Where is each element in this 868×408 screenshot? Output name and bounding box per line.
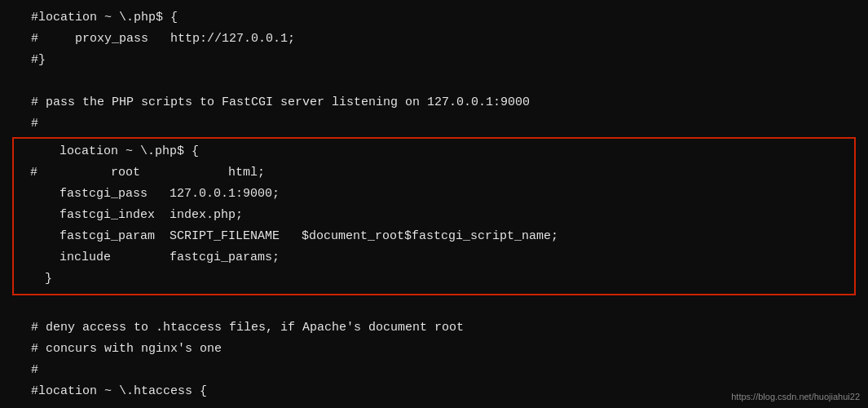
code-text: fastcgi_pass 127.0.0.1:9000; bbox=[30, 184, 280, 204]
code-text bbox=[16, 72, 24, 91]
highlighted-code-block: location ~ \.php$ { # root html; fastcgi… bbox=[12, 137, 856, 295]
code-text: } bbox=[30, 269, 52, 289]
code-line: # proxy_pass http://127.0.0.1; bbox=[0, 29, 868, 51]
code-line: #} bbox=[0, 51, 868, 72]
code-line: #location ~ \.php$ { bbox=[0, 8, 868, 29]
code-text: fastcgi_param SCRIPT_FILENAME $document_… bbox=[30, 227, 558, 246]
code-text: fastcgi_index index.php; bbox=[30, 206, 243, 225]
code-line: include fastcgi_params; bbox=[14, 248, 854, 269]
code-text: include fastcgi_params; bbox=[30, 248, 280, 268]
code-text: # concurs with nginx's one bbox=[16, 339, 222, 359]
watermark: https://blog.csdn.net/huojiahui22 bbox=[731, 392, 860, 401]
code-line: # bbox=[0, 114, 868, 135]
code-text: # deny access to .htaccess files, if Apa… bbox=[16, 318, 464, 338]
code-text: # pass the PHP scripts to FastCGI server… bbox=[16, 93, 530, 113]
code-line: # root html; bbox=[14, 163, 854, 184]
code-line: location ~ \.php$ { bbox=[14, 142, 854, 163]
code-line: # bbox=[0, 361, 868, 382]
code-text bbox=[16, 297, 24, 317]
code-line bbox=[0, 72, 868, 93]
code-line: fastcgi_index index.php; bbox=[14, 206, 854, 227]
code-line bbox=[0, 297, 868, 318]
code-line: fastcgi_pass 127.0.0.1:9000; bbox=[14, 184, 854, 206]
code-line: # concurs with nginx's one bbox=[0, 339, 868, 361]
code-text: location ~ \.php$ { bbox=[30, 142, 199, 162]
code-line: # pass the PHP scripts to FastCGI server… bbox=[0, 93, 868, 114]
code-text: #location ~ \.htaccess { bbox=[16, 382, 207, 401]
code-line: # deny access to .htaccess files, if Apa… bbox=[0, 318, 868, 339]
code-text: # root html; bbox=[30, 163, 265, 183]
code-text: #} bbox=[16, 51, 46, 70]
code-text: # bbox=[16, 114, 38, 134]
code-text: #location ~ \.php$ { bbox=[16, 8, 178, 28]
code-text: # proxy_pass http://127.0.0.1; bbox=[16, 29, 295, 49]
code-line: fastcgi_param SCRIPT_FILENAME $document_… bbox=[14, 227, 854, 248]
code-line: } bbox=[14, 269, 854, 290]
code-text: # bbox=[16, 361, 38, 380]
code-block: #location ~ \.php$ { # proxy_pass http:/… bbox=[0, 0, 868, 408]
